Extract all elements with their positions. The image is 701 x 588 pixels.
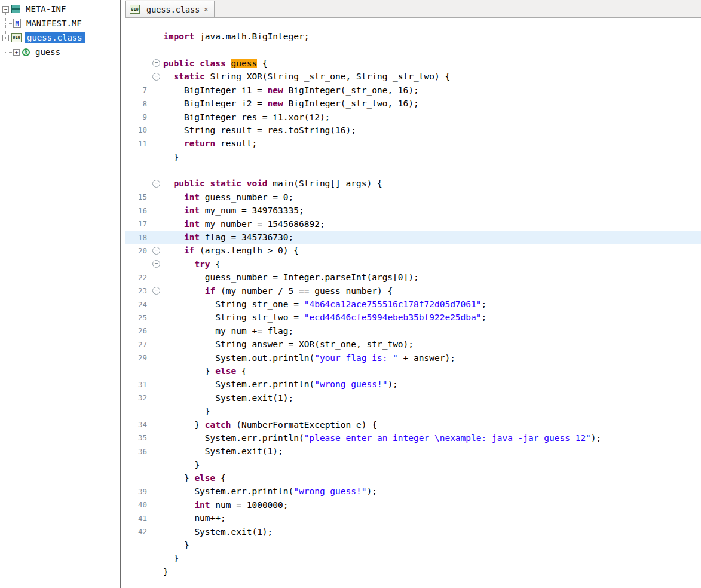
code-line[interactable]: 29System.out.println("your flag is: " + …: [125, 351, 701, 364]
code-line[interactable]: 10String result = res.toString(16);: [125, 124, 701, 137]
code-line[interactable]: −public class guess {: [125, 57, 701, 70]
code-line[interactable]: 20−if (args.length > 0) {: [125, 244, 701, 257]
collapse-toggle-icon[interactable]: −: [2, 6, 9, 13]
line-number: 39: [125, 487, 149, 496]
code-line[interactable]: 9BigInteger res = i1.xor(i2);: [125, 110, 701, 123]
code-text: System.exit(1);: [163, 446, 283, 456]
code-line[interactable]: }: [125, 552, 701, 565]
code-line[interactable]: 18int flag = 345736730;: [125, 231, 701, 244]
code-line[interactable]: −public static void main(String[] args) …: [125, 177, 701, 190]
code-line[interactable]: 26my_num += flag;: [125, 324, 701, 338]
code-text: System.exit(1);: [163, 393, 293, 403]
fold-column: −: [149, 247, 163, 255]
collapse-fold-icon[interactable]: −: [152, 180, 160, 188]
tree-item-manifest-mf[interactable]: MMANIFEST.MF: [0, 16, 120, 30]
code-line[interactable]: 17int my_number = 1545686892;: [125, 217, 701, 230]
code-text: }: [163, 152, 179, 162]
code-line[interactable]: 40int num = 1000000;: [125, 498, 701, 512]
explorer-tree: −META-INFMMANIFEST.MF−010guess.class+Ggu…: [0, 2, 120, 59]
code-line[interactable]: }: [125, 538, 701, 552]
collapse-fold-icon[interactable]: −: [152, 73, 160, 81]
code-text: if (args.length > 0) {: [163, 246, 299, 255]
tree-item-label: MANIFEST.MF: [24, 18, 84, 29]
line-number: 24: [125, 300, 149, 309]
code-line[interactable]: }: [125, 151, 701, 164]
code-line[interactable]: [125, 43, 701, 56]
code-text: String str_two = "ecd44646cfe5994ebeb35b…: [163, 313, 486, 322]
line-number: 10: [125, 125, 149, 134]
code-line[interactable]: } else {: [125, 471, 701, 485]
code-text: int my_number = 1545686892;: [163, 219, 325, 229]
code-text: String answer = XOR(str_one, str_two);: [163, 339, 414, 349]
code-text: static String XOR(String _str_one, Strin…: [163, 72, 450, 81]
code-line[interactable]: −try {: [125, 258, 701, 271]
code-line[interactable]: 11return result;: [125, 137, 701, 150]
code-line[interactable]: 36System.exit(1);: [125, 445, 701, 458]
fold-column: −: [149, 73, 163, 81]
code-text: System.err.println("please enter an inte…: [163, 433, 601, 443]
code-line[interactable]: }: [125, 405, 701, 418]
code-line[interactable]: import java.math.BigInteger;: [125, 30, 701, 43]
code-text: if (my_number / 5 == guess_number) {: [163, 286, 393, 296]
tree-connector: [16, 43, 16, 51]
tree-item-guess-class[interactable]: −010guess.class: [0, 30, 120, 45]
code-text: System.err.println("wrong guess!");: [163, 379, 398, 389]
code-line[interactable]: 39System.err.println("wrong guess!");: [125, 485, 701, 498]
code-text: String str_one = "4b64ca12ace755516c178f…: [163, 299, 486, 309]
package-icon: [11, 5, 20, 13]
code-line[interactable]: 25String str_two = "ecd44646cfe5994ebeb3…: [125, 311, 701, 324]
code-line[interactable]: 7BigInteger i1 = new BigInteger(_str_one…: [125, 84, 701, 97]
fold-column: −: [149, 260, 163, 268]
ide-window: −META-INFMMANIFEST.MF−010guess.class+Ggu…: [0, 0, 701, 588]
code-text: my_num += flag;: [163, 326, 293, 336]
class-icon: G: [22, 48, 30, 56]
code-line[interactable]: }: [125, 565, 701, 578]
editor-pane: 010 guess.class ✕ import java.math.BigIn…: [125, 0, 701, 588]
code-line[interactable]: } else {: [125, 365, 701, 378]
code-line[interactable]: 27String answer = XOR(str_one, str_two);: [125, 338, 701, 351]
collapse-fold-icon[interactable]: −: [152, 287, 160, 295]
line-number: 17: [125, 219, 149, 228]
line-number: 34: [125, 420, 149, 429]
tab-close-icon[interactable]: ✕: [203, 5, 209, 13]
line-number: 42: [125, 527, 149, 536]
line-number: 40: [125, 500, 149, 509]
code-line[interactable]: 31System.err.println("wrong guess!");: [125, 378, 701, 391]
code-text: } else {: [163, 366, 247, 376]
collapse-fold-icon[interactable]: −: [152, 247, 160, 255]
line-number: 32: [125, 393, 149, 402]
collapse-fold-icon[interactable]: −: [152, 260, 160, 268]
code-line[interactable]: 41num++;: [125, 512, 701, 525]
code-line[interactable]: −static String XOR(String _str_one, Stri…: [125, 70, 701, 83]
code-line[interactable]: 42System.exit(1);: [125, 525, 701, 538]
code-text: }: [163, 540, 189, 550]
expand-toggle-icon[interactable]: +: [13, 49, 20, 56]
code-line[interactable]: [125, 164, 701, 177]
line-number: 41: [125, 514, 149, 523]
manifest-icon: M: [13, 19, 21, 28]
line-number: 22: [125, 273, 149, 282]
code-text: int guess_number = 0;: [163, 192, 293, 202]
code-line[interactable]: 32System.exit(1);: [125, 391, 701, 405]
tab-guess-class[interactable]: 010 guess.class ✕: [125, 1, 215, 17]
tree-item-meta-inf[interactable]: −META-INF: [0, 2, 120, 16]
line-number: 15: [125, 192, 149, 201]
code-line[interactable]: 34} catch (NumberFormatException e) {: [125, 418, 701, 431]
code-line[interactable]: 22guess_number = Integer.parseInt(args[0…: [125, 271, 701, 284]
code-line[interactable]: 35System.err.println("please enter an in…: [125, 431, 701, 445]
code-line[interactable]: 16int my_num = 349763335;: [125, 204, 701, 217]
code-editor[interactable]: import java.math.BigInteger;−public clas…: [125, 18, 701, 588]
code-text: System.err.println("wrong guess!");: [163, 486, 377, 496]
code-text: guess_number = Integer.parseInt(args[0])…: [163, 272, 419, 282]
code-line[interactable]: 8BigInteger i2 = new BigInteger(_str_two…: [125, 97, 701, 110]
tree-item-guess[interactable]: +Gguess: [0, 45, 120, 59]
code-text: System.exit(1);: [163, 527, 273, 537]
code-line[interactable]: 24String str_one = "4b64ca12ace755516c17…: [125, 298, 701, 311]
code-line[interactable]: }: [125, 458, 701, 471]
collapse-fold-icon[interactable]: −: [152, 59, 160, 67]
code-line[interactable]: 15int guess_number = 0;: [125, 191, 701, 204]
line-number: 29: [125, 353, 149, 362]
tree-connector: [5, 13, 6, 39]
code-line[interactable]: 23−if (my_number / 5 == guess_number) {: [125, 284, 701, 297]
panel-divider[interactable]: [121, 0, 125, 588]
